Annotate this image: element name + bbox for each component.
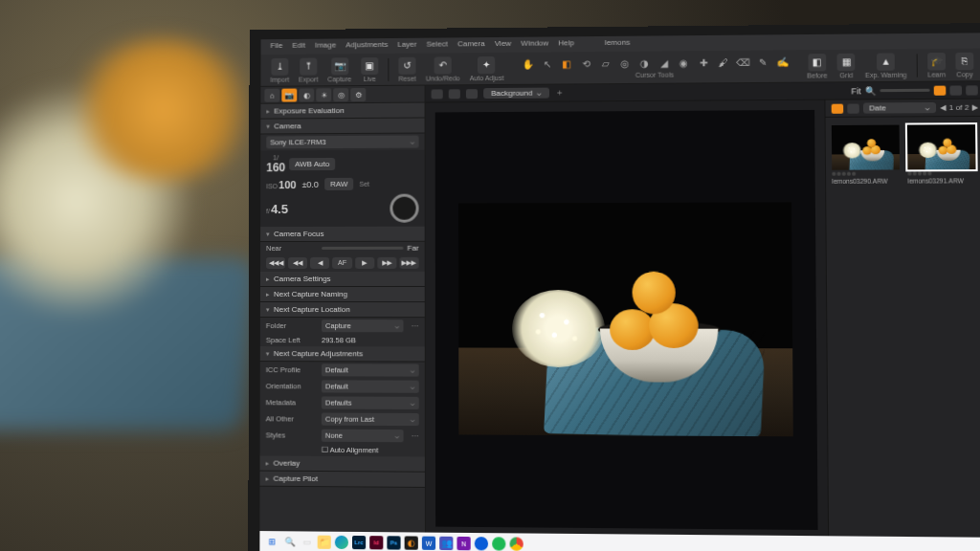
reset-icon[interactable]: ↺ xyxy=(399,56,416,74)
next-adj-header[interactable]: Next Capture Adjustments xyxy=(260,346,425,362)
menu-adjustments[interactable]: Adjustments xyxy=(345,40,388,52)
explorer-icon[interactable]: 📁 xyxy=(318,536,331,549)
layout-2-icon[interactable] xyxy=(966,85,978,95)
camera-settings-header[interactable]: Camera Settings xyxy=(260,272,425,287)
thumbnail-1[interactable]: lemons03290.ARW xyxy=(832,125,900,185)
tool-tab-color-icon[interactable]: ◐ xyxy=(299,88,314,101)
tool-tab-details-icon[interactable]: ◎ xyxy=(333,88,348,101)
search-icon[interactable]: 🔍 xyxy=(282,535,296,548)
capture-icon[interactable]: 📷 xyxy=(331,57,348,75)
autoalign-check[interactable]: ☐ Auto Alignment xyxy=(322,446,379,454)
auto-adjust-icon[interactable]: ✦ xyxy=(478,55,495,73)
copy-icon[interactable]: ⎘ xyxy=(955,52,973,69)
overlay-header[interactable]: Overlay xyxy=(260,455,425,472)
edge-icon[interactable] xyxy=(335,536,348,549)
awb-button[interactable]: AWB Auto xyxy=(289,158,335,170)
export-icon[interactable]: ⤒ xyxy=(300,57,317,75)
menu-edit[interactable]: Edit xyxy=(292,41,305,53)
af-button[interactable]: AF xyxy=(332,257,351,269)
browser-list-icon[interactable] xyxy=(847,103,859,113)
focus-far1-button[interactable]: ▶ xyxy=(355,257,374,269)
spot-tool-icon[interactable]: ◎ xyxy=(618,56,632,70)
picker-tool-icon[interactable]: ✎ xyxy=(756,55,770,69)
menu-file[interactable]: File xyxy=(270,41,282,53)
sort-dropdown[interactable]: Date⌵ xyxy=(863,102,936,114)
menu-camera[interactable]: Camera xyxy=(457,39,485,51)
focus-near2-button[interactable]: ◀◀ xyxy=(288,257,307,269)
pointer-tool-icon[interactable]: ↖ xyxy=(541,57,554,71)
allother-dropdown[interactable]: Copy from Last xyxy=(322,413,419,427)
capture-one-taskbar-icon[interactable]: ◐ xyxy=(405,536,418,549)
before-after-icon[interactable]: ◧ xyxy=(808,54,826,71)
ev-value[interactable]: ±0.0 xyxy=(302,180,319,189)
folder-more-icon[interactable]: ⋯ xyxy=(412,321,419,330)
menu-view[interactable]: View xyxy=(495,39,511,51)
keystone-tool-icon[interactable]: ▱ xyxy=(599,56,612,70)
icc-dropdown[interactable]: Default xyxy=(322,364,419,376)
tool-tab-library-icon[interactable]: ⌂ xyxy=(264,89,279,102)
focus-near3-button[interactable]: ◀◀◀ xyxy=(266,257,285,269)
learn-icon[interactable]: 🎓 xyxy=(927,53,946,70)
crop-tool-icon[interactable]: ◧ xyxy=(560,57,573,71)
raw-button[interactable]: RAW xyxy=(324,178,353,190)
onenote-icon[interactable]: N xyxy=(457,537,470,550)
brush-tool-icon[interactable]: 🖌 xyxy=(716,55,729,69)
menu-image[interactable]: Image xyxy=(315,41,336,53)
photoshop-icon[interactable]: Ps xyxy=(387,536,400,549)
start-icon[interactable]: ⊞ xyxy=(265,535,278,548)
add-layer-icon[interactable]: ＋ xyxy=(555,86,564,99)
iso-value[interactable]: 100 xyxy=(278,179,296,190)
tool-tab-exposure-icon[interactable]: ☀ xyxy=(316,88,331,101)
exposure-eval-header[interactable]: Exposure Evaluation xyxy=(260,103,424,120)
view-mode-1-icon[interactable] xyxy=(432,89,443,99)
word-icon[interactable]: W xyxy=(422,537,435,550)
next-location-header[interactable]: Next Capture Location xyxy=(260,302,425,318)
folder-dropdown[interactable]: Capture xyxy=(322,320,404,332)
menu-help[interactable]: Help xyxy=(558,38,574,50)
next-page-icon[interactable]: ▶ xyxy=(972,103,978,112)
layer-background-tab[interactable]: Background⌵ xyxy=(483,88,549,99)
menu-window[interactable]: Window xyxy=(521,39,548,51)
import-icon[interactable]: ⤓ xyxy=(271,57,288,75)
fit-label[interactable]: Fit xyxy=(851,86,860,96)
undo-icon[interactable]: ↶ xyxy=(434,56,452,74)
aperture-value[interactable]: 4.5 xyxy=(271,202,288,216)
styles-more-icon[interactable]: ⋯ xyxy=(412,431,419,440)
rotate-tool-icon[interactable]: ⟲ xyxy=(579,57,592,71)
camera-focus-header[interactable]: Camera Focus xyxy=(260,227,425,242)
capture-pilot-header[interactable]: Capture Pilot xyxy=(260,472,425,488)
view-mode-3-icon[interactable] xyxy=(466,89,478,99)
thumbnail-2[interactable]: lemons03291.ARW xyxy=(907,124,976,185)
meta-dropdown[interactable]: Defaults xyxy=(322,396,419,409)
eraser-tool-icon[interactable]: ⌫ xyxy=(736,55,750,69)
shutter-button[interactable] xyxy=(390,194,418,223)
styles-dropdown[interactable]: None xyxy=(322,430,404,443)
menu-layer[interactable]: Layer xyxy=(397,40,416,52)
mask-tool-icon[interactable]: ◑ xyxy=(637,56,651,70)
gradient-tool-icon[interactable]: ◢ xyxy=(657,56,671,70)
teams-icon[interactable]: 👥 xyxy=(439,537,453,550)
browser-grid-icon[interactable] xyxy=(832,103,844,113)
annotate-tool-icon[interactable]: ✍ xyxy=(775,55,790,69)
focus-slider[interactable] xyxy=(322,247,403,250)
live-icon[interactable]: ▣ xyxy=(361,57,378,75)
shutter-value[interactable]: 160 xyxy=(266,161,285,174)
heal-tool-icon[interactable]: ✚ xyxy=(697,56,710,70)
radial-tool-icon[interactable]: ◉ xyxy=(677,56,690,70)
spotify-icon[interactable] xyxy=(492,537,505,550)
focus-far2-button[interactable]: ▶▶ xyxy=(377,257,396,269)
set-label[interactable]: Set xyxy=(359,181,369,187)
focus-near1-button[interactable]: ◀ xyxy=(310,257,329,269)
chrome-icon[interactable] xyxy=(509,537,523,550)
view-mode-2-icon[interactable] xyxy=(449,89,460,99)
tool-tab-capture-icon[interactable]: 📷 xyxy=(281,89,297,102)
grid-icon[interactable]: ▦ xyxy=(837,53,856,70)
camera-model[interactable]: Sony ILCE-7RM3 xyxy=(266,136,418,149)
tool-tab-adjust-icon[interactable]: ⚙ xyxy=(350,88,366,101)
next-naming-header[interactable]: Next Capture Naming xyxy=(260,287,425,302)
menu-select[interactable]: Select xyxy=(427,39,448,51)
orient-dropdown[interactable]: Default xyxy=(322,380,419,392)
proof-icon[interactable] xyxy=(934,85,947,95)
image-canvas[interactable] xyxy=(435,110,818,530)
lightroom-icon[interactable]: Lrc xyxy=(352,536,366,549)
